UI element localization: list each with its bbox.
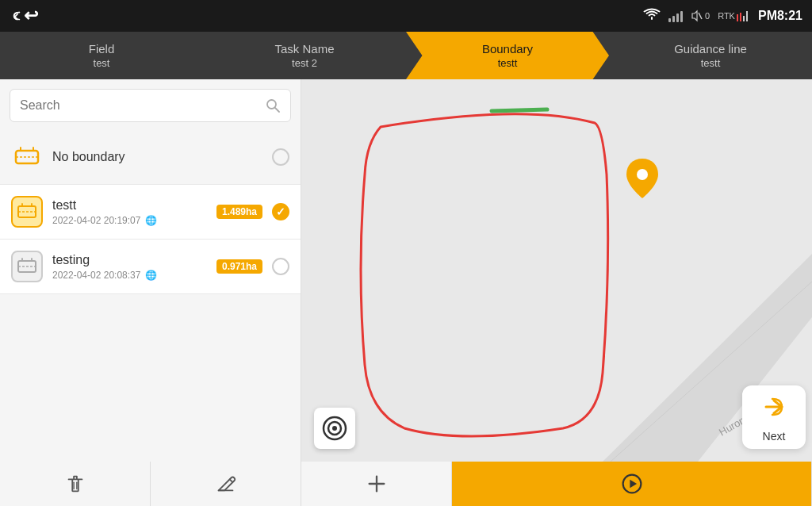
main-content: No boundary testt 2022-04-02 20:19:07 <box>0 79 812 462</box>
testing-radio[interactable] <box>272 258 289 275</box>
mute-count: 0 <box>705 11 710 21</box>
search-icon <box>265 98 281 113</box>
testing-sub: 2022-04-02 20:08:37 🌐 <box>52 270 207 281</box>
testt-area-badge: 1.489ha <box>216 205 262 219</box>
testt-icon <box>11 196 43 228</box>
testt-radio[interactable]: ✓ <box>272 203 289 220</box>
svg-line-6 <box>275 108 279 112</box>
toolbar <box>0 462 812 506</box>
nav-field-value: test <box>94 57 110 69</box>
back-button[interactable]: ↩ <box>10 5 38 27</box>
nav-task-name[interactable]: Task Name test 2 <box>203 32 406 79</box>
boundary-list: No boundary testt 2022-04-02 20:19:07 <box>0 130 301 462</box>
search-box[interactable] <box>10 89 291 122</box>
map-svg: Hurong F... <box>301 79 812 462</box>
list-item-testing[interactable]: testing 2022-04-02 20:08:37 🌐 0.971ha <box>0 240 301 294</box>
edit-button[interactable] <box>151 462 301 506</box>
svg-rect-7 <box>16 151 38 163</box>
no-boundary-icon <box>11 141 43 173</box>
svg-line-0 <box>699 13 702 19</box>
search-input[interactable] <box>20 98 259 113</box>
status-bar: ↩ 0 RTK PM8:21 <box>0 0 812 32</box>
nav-task-value: test 2 <box>292 57 317 69</box>
check-icon: ✓ <box>276 205 285 218</box>
testt-content: testt 2022-04-02 20:19:07 🌐 <box>52 198 207 226</box>
map-background: Hurong F... <box>301 79 812 462</box>
play-button[interactable] <box>452 462 812 506</box>
svg-point-21 <box>332 426 337 431</box>
testing-content: testing 2022-04-02 20:08:37 🌐 <box>52 253 207 281</box>
camera-button[interactable] <box>314 408 355 449</box>
nav-task-label: Task Name <box>274 42 334 56</box>
nav-boundary-value: testt <box>498 57 518 69</box>
nav-guidance-value: testt <box>701 57 721 69</box>
svg-rect-2 <box>740 13 741 21</box>
list-item-testt[interactable]: testt 2022-04-02 20:19:07 🌐 1.489ha ✓ <box>0 185 301 240</box>
testt-sub: 2022-04-02 20:19:07 🌐 <box>52 215 207 226</box>
testt-date: 2022-04-02 20:19:07 <box>52 215 140 226</box>
svg-point-5 <box>267 100 276 109</box>
svg-rect-4 <box>746 11 748 21</box>
nav-boundary-label: Boundary <box>482 42 533 56</box>
add-button[interactable] <box>301 462 452 506</box>
nav-guidance-line[interactable]: Guidance line testt <box>609 32 812 79</box>
list-item-no-boundary[interactable]: No boundary <box>0 130 301 185</box>
nav-guidance-label: Guidance line <box>674 42 747 56</box>
nav-boundary[interactable]: Boundary testt <box>406 32 609 79</box>
testing-date: 2022-04-02 20:08:37 <box>52 270 140 281</box>
testing-globe-icon: 🌐 <box>145 270 157 281</box>
testt-title: testt <box>52 198 207 213</box>
no-boundary-title: No boundary <box>52 150 262 164</box>
testing-title: testing <box>52 253 207 267</box>
svg-rect-1 <box>737 14 738 21</box>
left-panel: No boundary testt 2022-04-02 20:19:07 <box>0 79 301 462</box>
svg-rect-3 <box>743 16 745 21</box>
mute-icon: 0 <box>691 10 710 22</box>
nav-bar: Field test Task Name test 2 Boundary tes… <box>0 32 812 79</box>
search-container <box>0 79 301 130</box>
rtk-label: RTK <box>718 10 750 22</box>
delete-button[interactable] <box>0 462 151 506</box>
testing-icon <box>11 251 43 282</box>
svg-point-18 <box>637 169 648 180</box>
svg-line-17 <box>492 109 547 111</box>
globe-icon: 🌐 <box>145 215 157 226</box>
no-boundary-radio[interactable] <box>272 148 289 166</box>
status-time: PM8:21 <box>758 9 802 23</box>
next-label: Next <box>763 430 786 443</box>
signal-bars-icon <box>668 10 683 22</box>
nav-field[interactable]: Field test <box>0 32 203 79</box>
map-panel: Hurong F... <box>301 79 812 462</box>
wifi-icon <box>643 8 661 24</box>
next-arrow-icon <box>760 393 788 427</box>
nav-field-label: Field <box>89 42 115 56</box>
no-boundary-content: No boundary <box>52 150 262 164</box>
testing-area-badge: 0.971ha <box>216 259 262 274</box>
next-button[interactable]: Next <box>742 385 806 449</box>
